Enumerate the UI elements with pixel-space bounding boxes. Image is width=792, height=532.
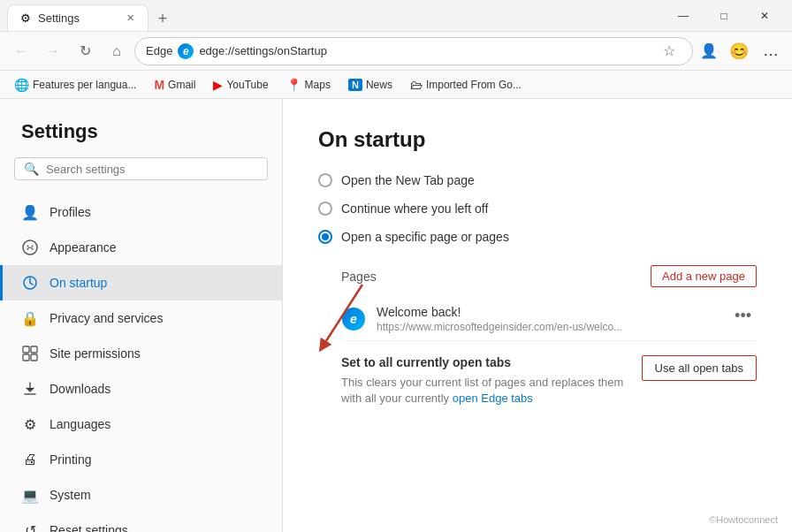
radio-specific[interactable]: Open a specific page or pages: [318, 230, 757, 244]
appearance-icon: [21, 239, 39, 256]
refresh-button[interactable]: ↻: [71, 37, 99, 65]
site-permissions-icon: [21, 345, 39, 362]
sidebar-item-downloads[interactable]: Downloads: [0, 371, 282, 407]
printing-icon: 🖨: [21, 451, 39, 468]
bookmark-features-label: Features per langua...: [33, 79, 136, 91]
open-tabs-title: Set to all currently open tabs: [341, 355, 628, 369]
new-tab-button[interactable]: +: [150, 6, 175, 31]
sidebar-item-site-permissions[interactable]: Site permissions: [0, 336, 282, 371]
edge-logo-icon: e: [178, 43, 194, 59]
content-area: On startup Open the New Tab page Continu…: [283, 99, 792, 532]
emoji-button[interactable]: 😊: [725, 37, 753, 65]
sidebar-title: Settings: [0, 113, 282, 157]
main-area: Settings 🔍 👤 Profiles Appearance On star…: [0, 99, 792, 532]
bookmark-youtube-icon: ▶: [213, 78, 223, 92]
sidebar-item-system[interactable]: 💻 System: [0, 477, 282, 513]
svg-rect-6: [23, 354, 29, 361]
back-button[interactable]: ←: [7, 37, 35, 65]
copyright-text: ©Howtoconnect: [709, 514, 778, 525]
bookmark-youtube-label: YouTube: [226, 79, 268, 91]
edge-brand-label: Edge: [146, 44, 172, 57]
use-all-open-tabs-button[interactable]: Use all open tabs: [642, 355, 757, 381]
svg-rect-4: [23, 346, 29, 353]
window-controls: — □ ✕: [663, 0, 785, 32]
sidebar-item-reset-label: Reset settings: [50, 523, 128, 532]
sidebar-item-downloads-label: Downloads: [50, 382, 110, 396]
sidebar-item-site-permissions-label: Site permissions: [50, 346, 141, 361]
profiles-icon: 👤: [21, 203, 39, 221]
bookmark-news[interactable]: N News: [341, 77, 400, 93]
sidebar-item-printing-label: Printing: [50, 452, 91, 467]
radio-continue-label: Continue where you left off: [341, 201, 488, 216]
bookmark-gmail-label: Gmail: [168, 79, 195, 91]
startup-options: Open the New Tab page Continue where you…: [318, 173, 757, 244]
page-entry-more-button[interactable]: •••: [729, 305, 757, 327]
radio-continue[interactable]: Continue where you left off: [318, 201, 757, 216]
minimize-button[interactable]: —: [663, 0, 704, 32]
sidebar-item-appearance[interactable]: Appearance: [0, 230, 282, 265]
search-settings-box[interactable]: 🔍: [14, 157, 268, 180]
pages-header: Pages Add a new page: [341, 265, 757, 287]
sidebar-item-privacy[interactable]: 🔒 Privacy and services: [0, 300, 282, 336]
open-tabs-desc-highlight: open Edge tabs: [453, 391, 533, 405]
reset-icon: ↺: [21, 521, 39, 532]
address-input[interactable]: [199, 44, 651, 57]
bookmarks-bar: 🌐 Features per langua... M Gmail ▶ YouTu…: [0, 71, 792, 99]
radio-specific-label: Open a specific page or pages: [341, 230, 509, 244]
sidebar-item-on-startup[interactable]: On startup: [0, 265, 282, 300]
settings-tab[interactable]: ⚙ Settings ✕: [7, 4, 148, 31]
more-button[interactable]: …: [757, 37, 785, 65]
bookmark-gmail[interactable]: M Gmail: [147, 76, 202, 94]
search-settings-input[interactable]: [46, 163, 258, 176]
sidebar: Settings 🔍 👤 Profiles Appearance On star…: [0, 99, 283, 532]
address-bar[interactable]: Edge e ☆: [134, 37, 693, 65]
profile-button[interactable]: 👤: [697, 39, 721, 64]
bookmark-imported-label: Imported From Go...: [426, 79, 522, 91]
radio-specific-circle: [318, 230, 332, 244]
maximize-button[interactable]: □: [704, 0, 744, 32]
bookmark-features[interactable]: 🌐 Features per langua...: [7, 76, 143, 94]
sidebar-item-privacy-label: Privacy and services: [50, 311, 163, 325]
close-button[interactable]: ✕: [744, 0, 785, 32]
settings-tab-title: Settings: [38, 11, 118, 25]
sidebar-item-reset[interactable]: ↺ Reset settings: [0, 513, 282, 532]
sidebar-item-profiles[interactable]: 👤 Profiles: [0, 194, 282, 230]
navbar: ← → ↻ ⌂ Edge e ☆ 👤 😊 …: [0, 32, 792, 71]
privacy-icon: 🔒: [21, 309, 39, 327]
bookmark-maps-icon: 📍: [286, 78, 301, 92]
settings-tab-favicon: ⚙: [19, 11, 33, 26]
bookmark-news-label: News: [366, 79, 392, 91]
forward-button[interactable]: →: [39, 37, 67, 65]
sidebar-item-printing[interactable]: 🖨 Printing: [0, 442, 282, 477]
welcome-page-name: Welcome back!: [377, 305, 719, 319]
languages-icon: ⚙: [21, 415, 39, 433]
sidebar-item-profiles-label: Profiles: [50, 205, 91, 219]
svg-point-2: [32, 246, 34, 247]
bookmark-maps-label: Maps: [305, 79, 331, 91]
open-tabs-section: Set to all currently open tabs This clea…: [341, 355, 757, 407]
sidebar-item-on-startup-label: On startup: [50, 276, 107, 290]
svg-rect-7: [31, 354, 37, 361]
svg-point-1: [27, 246, 29, 247]
sidebar-item-appearance-label: Appearance: [50, 240, 117, 255]
home-button[interactable]: ⌂: [103, 37, 131, 65]
bookmark-imported[interactable]: 🗁 Imported From Go...: [403, 76, 529, 94]
open-tabs-description: This clears your current list of pages a…: [341, 375, 628, 407]
bookmark-youtube[interactable]: ▶ YouTube: [206, 76, 275, 94]
bookmark-imported-icon: 🗁: [410, 78, 423, 92]
bookmark-gmail-icon: M: [154, 78, 164, 92]
add-new-page-button[interactable]: Add a new page: [651, 265, 757, 287]
welcome-page-icon: e: [341, 307, 366, 331]
svg-rect-5: [31, 346, 37, 353]
pages-label: Pages: [341, 270, 377, 284]
sidebar-item-system-label: System: [50, 488, 91, 502]
tab-close-button[interactable]: ✕: [123, 11, 137, 26]
radio-new-tab[interactable]: Open the New Tab page: [318, 173, 757, 187]
welcome-page-url: https://www.microsoftedgeinsider.com/en-…: [377, 321, 719, 333]
sidebar-item-languages[interactable]: ⚙ Languages: [0, 407, 282, 442]
favorite-button[interactable]: ☆: [657, 39, 682, 64]
bookmark-maps[interactable]: 📍 Maps: [279, 76, 338, 94]
titlebar: ⚙ Settings ✕ + — □ ✕: [0, 0, 792, 32]
page-entry-welcome: e Welcome back! https://www.microsoftedg…: [341, 298, 757, 341]
sidebar-item-languages-label: Languages: [50, 417, 110, 431]
